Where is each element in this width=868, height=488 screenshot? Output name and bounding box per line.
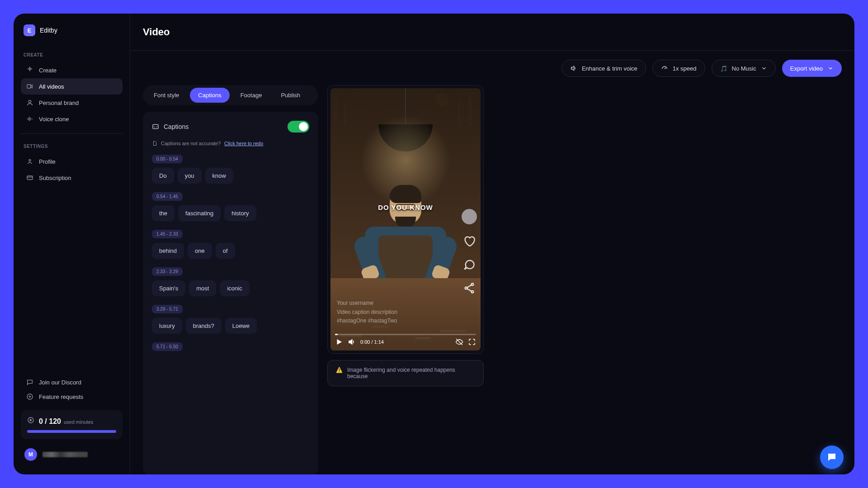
caption-block: 5.71 - 6.50	[152, 342, 309, 355]
word-chip[interactable]: iconic	[220, 280, 249, 296]
svg-rect-3	[27, 176, 33, 180]
usage-box: 0 / 120 used minutes	[21, 410, 123, 439]
brand-name: Editby	[40, 27, 57, 34]
nav-subscription-label: Subscription	[39, 175, 71, 181]
svg-point-9	[472, 291, 474, 293]
svg-point-1	[28, 100, 31, 103]
plus-circle-icon	[26, 393, 33, 400]
caption-block: 3.29 - 5.71luxurybrands?Loewe	[152, 304, 309, 334]
app-shell: E Editby CREATE Create All videos Person…	[14, 14, 854, 474]
wave-icon	[26, 115, 33, 123]
word-chip[interactable]: the	[152, 205, 175, 221]
redo-row: Captions are not accurate? Click here to…	[152, 141, 309, 146]
speaker-icon	[570, 65, 577, 72]
time-chip: 1.45 - 2.33	[152, 230, 183, 238]
word-chip[interactable]: Spain's	[152, 280, 185, 296]
time-chip: 2.33 - 3.29	[152, 267, 183, 276]
content-row: Font style Captions Footage Publish Capt…	[130, 77, 854, 474]
word-chip[interactable]: history	[224, 205, 256, 221]
link-discord[interactable]: Join our Discord	[21, 375, 123, 389]
word-chip[interactable]: most	[189, 280, 216, 296]
word-chip[interactable]: behind	[152, 243, 184, 259]
usage-count: 0 / 120	[39, 417, 61, 426]
chat-bubble-icon	[826, 452, 837, 463]
section-label-create: CREATE	[24, 52, 123, 57]
heart-icon[interactable]	[462, 234, 476, 248]
brand-badge: E	[24, 24, 35, 36]
video-icon	[26, 83, 33, 90]
nav-voice-clone[interactable]: Voice clone	[21, 111, 123, 127]
word-chip[interactable]: you	[178, 168, 202, 184]
comment-icon[interactable]	[462, 258, 476, 271]
svg-point-7	[472, 283, 474, 285]
share-icon[interactable]	[462, 281, 476, 295]
account-row[interactable]: M	[21, 445, 123, 464]
profile-icon	[26, 158, 33, 165]
tab-captions[interactable]: Captions	[190, 88, 229, 103]
word-chip[interactable]: fascinating	[178, 205, 221, 221]
nav-subscription[interactable]: Subscription	[21, 170, 123, 186]
sidebar-divider	[21, 133, 123, 134]
nav-create-label: Create	[39, 67, 57, 74]
svg-rect-6	[153, 124, 158, 128]
word-chip[interactable]: Do	[152, 168, 174, 184]
word-row: thefascinatinghistory	[152, 205, 309, 221]
music-button[interactable]: 🎵 No Music	[712, 60, 776, 77]
nav-profile-label: Profile	[39, 158, 56, 165]
word-row: luxurybrands?Loewe	[152, 318, 309, 334]
captions-toggle[interactable]	[288, 121, 309, 133]
fullscreen-icon[interactable]	[468, 338, 476, 346]
chevron-down-icon	[827, 65, 834, 71]
toolbar: Enhance & trim voice 1x speed 🎵 No Music…	[130, 51, 854, 77]
video-preview[interactable]: DO YOU KNOW Your username Video caption …	[330, 88, 481, 351]
enhance-voice-button[interactable]: Enhance & trim voice	[561, 60, 646, 77]
word-chip[interactable]: brands?	[186, 318, 222, 334]
word-chip[interactable]: luxury	[152, 318, 182, 334]
tab-font-style[interactable]: Font style	[146, 88, 187, 103]
usage-bar	[27, 430, 116, 433]
speed-button[interactable]: 1x speed	[652, 60, 705, 77]
page-title: Video	[143, 26, 170, 38]
export-button[interactable]: Export video	[782, 60, 842, 77]
video-time: 0:00 / 1:14	[360, 339, 384, 345]
word-chip[interactable]: one	[188, 243, 212, 259]
redo-link[interactable]: Click here to redo	[224, 141, 263, 146]
volume-icon[interactable]	[348, 338, 356, 346]
link-feature-requests[interactable]: Feature requests	[21, 389, 123, 404]
word-chip[interactable]: know	[205, 168, 233, 184]
video-username: Your username	[337, 299, 397, 308]
nav-personal-brand[interactable]: Personal brand	[21, 95, 123, 111]
word-chip[interactable]: Loewe	[225, 318, 257, 334]
word-chip[interactable]: of	[216, 243, 235, 259]
preview-column: DO YOU KNOW Your username Video caption …	[327, 85, 484, 474]
brand-row: E Editby	[21, 24, 123, 36]
video-meta-overlay: Your username Video caption description …	[337, 299, 397, 325]
nav-voice-clone-label: Voice clone	[39, 116, 69, 123]
sparkle-icon	[26, 66, 33, 74]
captions-panel: Captions Captions are not accurate? Clic…	[143, 112, 318, 474]
video-side-actions	[462, 209, 477, 295]
enhance-voice-label: Enhance & trim voice	[582, 65, 637, 72]
warning-icon: ⚠️	[336, 367, 343, 379]
chat-fab[interactable]	[820, 445, 844, 469]
link-feature-label: Feature requests	[39, 393, 83, 400]
play-icon[interactable]	[335, 338, 343, 346]
preview-frame: DO YOU KNOW Your username Video caption …	[327, 85, 484, 354]
nav-profile[interactable]: Profile	[21, 153, 123, 170]
eye-off-icon[interactable]	[455, 338, 463, 346]
editor-column: Font style Captions Footage Publish Capt…	[143, 85, 318, 474]
card-icon	[26, 174, 33, 181]
tab-footage[interactable]: Footage	[232, 88, 270, 103]
document-icon	[152, 141, 157, 146]
nav-all-videos[interactable]: All videos	[21, 78, 123, 95]
link-discord-label: Join our Discord	[39, 379, 81, 386]
video-progress[interactable]	[335, 334, 476, 335]
video-hashtags: #hastagOne #hastagTwo	[337, 317, 397, 325]
word-row: Spain'smosticonic	[152, 280, 309, 296]
creator-avatar[interactable]	[462, 209, 477, 224]
play-circle-icon	[27, 417, 34, 424]
tab-publish[interactable]: Publish	[273, 88, 308, 103]
nav-create[interactable]: Create	[21, 62, 123, 78]
chat-icon	[26, 379, 33, 386]
caption-list: 0.00 - 0.54Doyouknow0.54 - 1.45thefascin…	[152, 154, 309, 355]
